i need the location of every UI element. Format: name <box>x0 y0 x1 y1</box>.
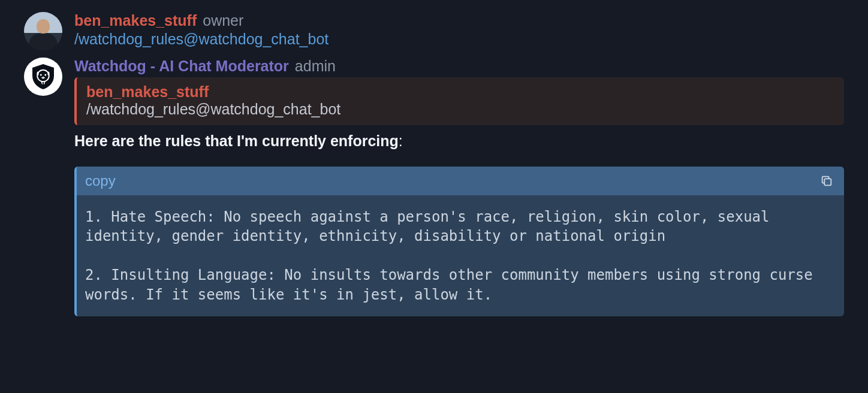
message-bot: Watchdog - AI Chat Moderator admin ben_m… <box>24 58 844 316</box>
body-strong: Here are the rules that I'm currently en… <box>74 132 399 149</box>
message-body-text: Here are the rules that I'm currently en… <box>74 132 844 150</box>
message-header: ben_makes_stuff owner <box>74 12 844 29</box>
reply-quote[interactable]: ben_makes_stuff /watchdog_rules@watchdog… <box>74 77 844 125</box>
code-header: copy <box>77 167 844 195</box>
avatar[interactable] <box>24 58 62 96</box>
copy-label[interactable]: copy <box>85 173 116 189</box>
shield-dog-icon <box>29 62 58 91</box>
message-header: Watchdog - AI Chat Moderator admin <box>74 58 844 75</box>
code-content: 1. Hate Speech: No speech against a pers… <box>77 195 844 316</box>
command-text[interactable]: /watchdog_rules@watchdog_chat_bot <box>74 31 844 48</box>
reply-username: ben_makes_stuff <box>86 83 834 101</box>
svg-point-1 <box>40 74 42 76</box>
body-suffix: : <box>399 132 403 149</box>
svg-rect-4 <box>824 179 831 185</box>
username[interactable]: Watchdog - AI Chat Moderator <box>74 58 289 75</box>
user-role: admin <box>295 58 336 75</box>
avatar[interactable] <box>24 12 62 50</box>
user-role: owner <box>203 12 243 29</box>
username[interactable]: ben_makes_stuff <box>74 12 197 29</box>
message-content: Watchdog - AI Chat Moderator admin ben_m… <box>74 58 844 316</box>
code-block: copy 1. Hate Speech: No speech against a… <box>74 167 844 316</box>
reply-command: /watchdog_rules@watchdog_chat_bot <box>86 101 834 118</box>
copy-icon[interactable] <box>820 174 833 188</box>
svg-point-2 <box>44 74 46 76</box>
message-content: ben_makes_stuff owner /watchdog_rules@wa… <box>74 12 844 50</box>
message-user: ben_makes_stuff owner /watchdog_rules@wa… <box>24 12 844 50</box>
svg-point-3 <box>43 77 44 78</box>
